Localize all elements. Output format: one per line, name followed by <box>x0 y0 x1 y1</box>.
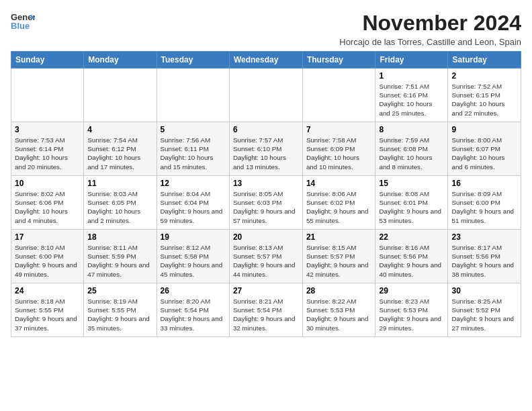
day-number: 21 <box>306 232 372 242</box>
weekday-header-cell: Monday <box>84 52 157 68</box>
calendar-cell: 15Sunrise: 8:08 AM Sunset: 6:01 PM Dayli… <box>375 176 448 230</box>
day-number: 27 <box>233 286 299 295</box>
day-info: Sunrise: 8:23 AM Sunset: 5:53 PM Dayligh… <box>379 297 444 332</box>
day-info: Sunrise: 8:04 AM Sunset: 6:04 PM Dayligh… <box>161 189 226 225</box>
day-number: 13 <box>233 179 299 188</box>
calendar-week-row: 17Sunrise: 8:10 AM Sunset: 6:00 PM Dayli… <box>11 230 521 283</box>
calendar-cell: 1Sunrise: 7:51 AM Sunset: 6:16 PM Daylig… <box>375 68 448 122</box>
logo: General Blue <box>11 11 35 31</box>
calendar-cell <box>11 68 84 122</box>
calendar-title: November 2024 <box>339 11 521 36</box>
calendar-cell <box>84 68 157 122</box>
weekday-header-row: SundayMondayTuesdayWednesdayThursdayFrid… <box>11 52 521 68</box>
calendar-cell: 26Sunrise: 8:20 AM Sunset: 5:54 PM Dayli… <box>157 283 229 337</box>
title-area: November 2024 Horcajo de las Torres, Cas… <box>339 11 521 47</box>
day-number: 29 <box>379 286 444 295</box>
day-number: 15 <box>379 179 444 188</box>
day-info: Sunrise: 7:54 AM Sunset: 6:12 PM Dayligh… <box>87 136 152 171</box>
day-number: 19 <box>161 232 226 242</box>
day-info: Sunrise: 8:21 AM Sunset: 5:54 PM Dayligh… <box>233 297 299 332</box>
day-info: Sunrise: 7:58 AM Sunset: 6:09 PM Dayligh… <box>306 136 372 171</box>
day-info: Sunrise: 8:25 AM Sunset: 5:52 PM Dayligh… <box>451 297 517 332</box>
day-number: 1 <box>379 71 444 81</box>
day-info: Sunrise: 7:57 AM Sunset: 6:10 PM Dayligh… <box>233 136 299 171</box>
svg-text:Blue: Blue <box>11 21 30 31</box>
day-number: 7 <box>306 125 372 134</box>
day-number: 10 <box>15 179 80 188</box>
weekday-header-cell: Friday <box>375 52 448 68</box>
day-number: 28 <box>306 286 372 295</box>
day-number: 2 <box>451 71 517 81</box>
calendar-week-row: 1Sunrise: 7:51 AM Sunset: 6:16 PM Daylig… <box>11 68 521 122</box>
day-number: 26 <box>161 286 226 295</box>
day-number: 4 <box>87 125 152 134</box>
logo-icon: General Blue <box>11 11 35 31</box>
calendar-cell: 10Sunrise: 8:02 AM Sunset: 6:06 PM Dayli… <box>11 176 84 230</box>
day-info: Sunrise: 8:00 AM Sunset: 6:07 PM Dayligh… <box>451 136 517 171</box>
day-info: Sunrise: 8:03 AM Sunset: 6:05 PM Dayligh… <box>87 189 152 225</box>
calendar-cell <box>302 68 375 122</box>
day-info: Sunrise: 8:22 AM Sunset: 5:53 PM Dayligh… <box>306 297 372 332</box>
calendar-cell: 18Sunrise: 8:11 AM Sunset: 5:59 PM Dayli… <box>84 230 157 283</box>
day-info: Sunrise: 8:06 AM Sunset: 6:02 PM Dayligh… <box>306 189 372 225</box>
page-header: General Blue November 2024 Horcajo de la… <box>11 11 521 47</box>
day-number: 8 <box>379 125 444 134</box>
day-info: Sunrise: 8:10 AM Sunset: 6:00 PM Dayligh… <box>15 243 80 279</box>
calendar-cell: 13Sunrise: 8:05 AM Sunset: 6:03 PM Dayli… <box>229 176 302 230</box>
day-number: 17 <box>15 232 80 242</box>
day-info: Sunrise: 8:20 AM Sunset: 5:54 PM Dayligh… <box>161 297 226 332</box>
day-number: 30 <box>451 286 517 295</box>
weekday-header-cell: Saturday <box>448 52 521 68</box>
day-info: Sunrise: 8:05 AM Sunset: 6:03 PM Dayligh… <box>233 189 299 225</box>
day-info: Sunrise: 7:51 AM Sunset: 6:16 PM Dayligh… <box>379 82 444 118</box>
weekday-header-cell: Thursday <box>302 52 375 68</box>
day-number: 6 <box>233 125 299 134</box>
calendar-cell: 3Sunrise: 7:53 AM Sunset: 6:14 PM Daylig… <box>11 122 84 176</box>
day-info: Sunrise: 7:52 AM Sunset: 6:15 PM Dayligh… <box>451 82 517 118</box>
day-info: Sunrise: 8:09 AM Sunset: 6:00 PM Dayligh… <box>451 189 517 225</box>
day-info: Sunrise: 8:11 AM Sunset: 5:59 PM Dayligh… <box>87 243 152 279</box>
calendar-body: 1Sunrise: 7:51 AM Sunset: 6:16 PM Daylig… <box>11 68 521 337</box>
calendar-cell: 17Sunrise: 8:10 AM Sunset: 6:00 PM Dayli… <box>11 230 84 283</box>
day-number: 23 <box>451 232 517 242</box>
day-info: Sunrise: 7:56 AM Sunset: 6:11 PM Dayligh… <box>161 136 226 171</box>
day-number: 3 <box>15 125 80 134</box>
day-number: 16 <box>451 179 517 188</box>
day-info: Sunrise: 8:17 AM Sunset: 5:56 PM Dayligh… <box>451 243 517 279</box>
day-info: Sunrise: 8:12 AM Sunset: 5:58 PM Dayligh… <box>161 243 226 279</box>
calendar-week-row: 3Sunrise: 7:53 AM Sunset: 6:14 PM Daylig… <box>11 122 521 176</box>
day-number: 20 <box>233 232 299 242</box>
calendar-subtitle: Horcajo de las Torres, Castille and Leon… <box>339 37 521 47</box>
calendar-cell: 9Sunrise: 8:00 AM Sunset: 6:07 PM Daylig… <box>448 122 521 176</box>
calendar-cell: 5Sunrise: 7:56 AM Sunset: 6:11 PM Daylig… <box>157 122 229 176</box>
calendar-cell: 23Sunrise: 8:17 AM Sunset: 5:56 PM Dayli… <box>448 230 521 283</box>
calendar-cell: 2Sunrise: 7:52 AM Sunset: 6:15 PM Daylig… <box>448 68 521 122</box>
calendar-cell: 27Sunrise: 8:21 AM Sunset: 5:54 PM Dayli… <box>229 283 302 337</box>
calendar-cell: 11Sunrise: 8:03 AM Sunset: 6:05 PM Dayli… <box>84 176 157 230</box>
day-number: 5 <box>161 125 226 134</box>
weekday-header-cell: Tuesday <box>157 52 229 68</box>
calendar-cell: 24Sunrise: 8:18 AM Sunset: 5:55 PM Dayli… <box>11 283 84 337</box>
day-info: Sunrise: 7:59 AM Sunset: 6:08 PM Dayligh… <box>379 136 444 171</box>
calendar-table: SundayMondayTuesdayWednesdayThursdayFrid… <box>11 51 521 337</box>
day-info: Sunrise: 8:18 AM Sunset: 5:55 PM Dayligh… <box>15 297 80 332</box>
calendar-cell: 20Sunrise: 8:13 AM Sunset: 5:57 PM Dayli… <box>229 230 302 283</box>
calendar-cell <box>229 68 302 122</box>
calendar-cell: 16Sunrise: 8:09 AM Sunset: 6:00 PM Dayli… <box>448 176 521 230</box>
calendar-cell: 21Sunrise: 8:15 AM Sunset: 5:57 PM Dayli… <box>302 230 375 283</box>
day-info: Sunrise: 8:16 AM Sunset: 5:56 PM Dayligh… <box>379 243 444 279</box>
day-number: 18 <box>87 232 152 242</box>
day-info: Sunrise: 7:53 AM Sunset: 6:14 PM Dayligh… <box>15 136 80 171</box>
calendar-week-row: 10Sunrise: 8:02 AM Sunset: 6:06 PM Dayli… <box>11 176 521 230</box>
day-info: Sunrise: 8:08 AM Sunset: 6:01 PM Dayligh… <box>379 189 444 225</box>
calendar-cell <box>157 68 229 122</box>
weekday-header-cell: Sunday <box>11 52 84 68</box>
calendar-cell: 22Sunrise: 8:16 AM Sunset: 5:56 PM Dayli… <box>375 230 448 283</box>
day-number: 12 <box>161 179 226 188</box>
day-number: 24 <box>15 286 80 295</box>
day-info: Sunrise: 8:02 AM Sunset: 6:06 PM Dayligh… <box>15 189 80 225</box>
day-number: 22 <box>379 232 444 242</box>
calendar-cell: 6Sunrise: 7:57 AM Sunset: 6:10 PM Daylig… <box>229 122 302 176</box>
day-info: Sunrise: 8:15 AM Sunset: 5:57 PM Dayligh… <box>306 243 372 279</box>
calendar-cell: 19Sunrise: 8:12 AM Sunset: 5:58 PM Dayli… <box>157 230 229 283</box>
